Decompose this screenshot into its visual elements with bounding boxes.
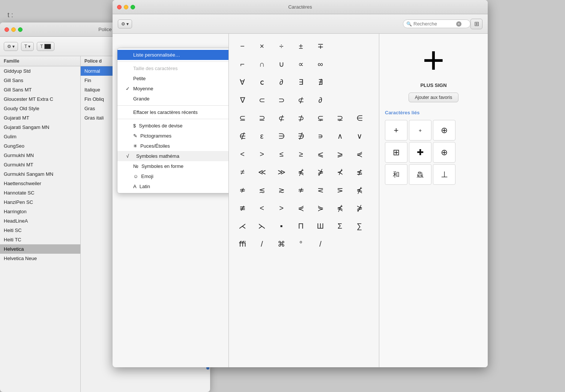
list-item-helvetica[interactable]: Helvetica bbox=[0, 244, 80, 254]
symbol-cell[interactable]: ⊃ bbox=[272, 91, 291, 109]
symbol-cell[interactable]: ≥ bbox=[291, 145, 311, 163]
symbol-cell[interactable]: ∀ bbox=[233, 73, 252, 91]
list-item[interactable]: Giddyup Std bbox=[0, 66, 80, 76]
symbol-cell[interactable]: > bbox=[272, 199, 291, 217]
bg-color-btn[interactable]: T bbox=[37, 42, 54, 51]
dropdown-item-effacer[interactable]: Effacer les caractères récents bbox=[117, 107, 229, 117]
list-item[interactable]: Gill Sans bbox=[0, 76, 80, 85]
symbol-cell[interactable]: ≠ bbox=[233, 163, 252, 181]
symbol-cell[interactable]: ≉ bbox=[291, 181, 311, 199]
bg-text-btn[interactable]: T ▾ bbox=[21, 42, 34, 51]
symbol-cell[interactable]: ∃ bbox=[291, 73, 311, 91]
symbol-cell[interactable]: ⩾ bbox=[330, 145, 350, 163]
symbol-cell[interactable]: ⋡ bbox=[350, 199, 369, 217]
symbol-cell[interactable]: > bbox=[252, 145, 272, 163]
symbol-cell[interactable]: ⊂ bbox=[252, 91, 272, 109]
symbol-cell[interactable]: ≳ bbox=[272, 181, 291, 199]
list-item[interactable]: Hannotate SC bbox=[0, 188, 80, 197]
symbol-cell[interactable]: ⋠ bbox=[350, 181, 369, 199]
symbol-cell[interactable]: ± bbox=[291, 37, 311, 55]
symbol-cell[interactable]: ∝ bbox=[291, 55, 311, 73]
symbol-cell[interactable]: ∑ bbox=[350, 217, 369, 235]
list-item[interactable]: Harrington bbox=[0, 207, 80, 216]
symbol-cell[interactable]: ≤ bbox=[272, 145, 291, 163]
dropdown-item-symmath[interactable]: √ Symboles mathéma bbox=[117, 151, 229, 161]
symbol-cell[interactable]: ∌ bbox=[291, 127, 311, 145]
list-item[interactable]: Gurmukhi MN bbox=[0, 151, 80, 160]
symbol-cell[interactable]: ≉ bbox=[233, 181, 252, 199]
symbol-cell[interactable]: ≫ bbox=[272, 163, 291, 181]
symbol-cell[interactable]: ε bbox=[252, 127, 272, 145]
list-item[interactable]: Gloucester MT Extra C bbox=[0, 94, 80, 104]
symbol-cell[interactable]: ⋜ bbox=[311, 181, 330, 199]
symbol-cell[interactable]: ∄ bbox=[311, 73, 330, 91]
list-item[interactable]: Gurmukhi MT bbox=[0, 160, 80, 169]
search-clear-button[interactable]: ✕ bbox=[456, 21, 461, 27]
close-dot[interactable] bbox=[5, 27, 9, 32]
symbol-cell[interactable]: ∉ bbox=[233, 127, 252, 145]
symbol-cell[interactable]: ∍ bbox=[311, 127, 330, 145]
list-item[interactable]: Gulim bbox=[0, 132, 80, 141]
symbol-cell[interactable]: ⊆ bbox=[233, 109, 252, 127]
symbol-cell[interactable]: ⋋ bbox=[252, 217, 272, 235]
dropdown-menu[interactable]: Liste personnalisée… Taille des caractèr… bbox=[117, 48, 229, 193]
symbol-cell[interactable]: − bbox=[233, 37, 252, 55]
symbol-cell[interactable]: ≲ bbox=[252, 181, 272, 199]
symbol-cell[interactable]: ∞ bbox=[311, 55, 330, 73]
symbol-cell[interactable]: ⊇ bbox=[252, 109, 272, 127]
symbol-cell[interactable]: ▪ bbox=[272, 217, 291, 235]
main-close-dot[interactable] bbox=[117, 5, 122, 9]
list-item[interactable]: HanziPen SC bbox=[0, 197, 80, 207]
list-item[interactable]: Goudy Old Style bbox=[0, 104, 80, 113]
symbol-cell[interactable]: ÷ bbox=[272, 37, 291, 55]
related-cell[interactable]: + bbox=[409, 120, 431, 141]
related-cell[interactable]: 和 bbox=[385, 164, 407, 185]
symbol-cell[interactable]: ≰ bbox=[350, 163, 369, 181]
dropdown-item-symboles-devise[interactable]: $ Symboles de devise bbox=[117, 121, 229, 131]
symbol-cell[interactable]: × bbox=[252, 37, 272, 55]
dropdown-item-puces[interactable]: ✳ Puces/Étoiles bbox=[117, 141, 229, 151]
dropdown-item-symforme[interactable]: № Symboles en forme bbox=[117, 161, 229, 171]
symbol-cell[interactable]: / bbox=[311, 235, 330, 253]
maximize-dot[interactable] bbox=[18, 27, 23, 32]
dropdown-item-latin[interactable]: A Latin bbox=[117, 181, 229, 192]
main-gear-btn[interactable]: ⚙ ▾ bbox=[118, 19, 132, 28]
dropdown-item-liste-personnalisee[interactable]: Liste personnalisée… bbox=[117, 50, 229, 60]
symbol-cell[interactable]: ⩽ bbox=[311, 145, 330, 163]
dropdown-item-grande[interactable]: Grande bbox=[117, 94, 229, 104]
symbol-cell[interactable]: ⋠ bbox=[330, 199, 350, 217]
symbol-cell[interactable]: < bbox=[233, 145, 252, 163]
symbol-cell[interactable]: ∪ bbox=[272, 55, 291, 73]
list-item[interactable]: Gill Sans MT bbox=[0, 85, 80, 94]
related-cell[interactable]: ⊥ bbox=[433, 164, 455, 185]
symbol-cell[interactable]: < bbox=[252, 199, 272, 217]
symbol-cell[interactable]: ϲ bbox=[252, 73, 272, 91]
bg-gear-btn[interactable]: ⚙ ▾ bbox=[4, 42, 18, 51]
list-item[interactable]: Gurmukhi Sangam MN bbox=[0, 169, 80, 179]
symbol-cell[interactable]: ⊋ bbox=[330, 109, 350, 127]
symbol-cell[interactable]: / bbox=[252, 235, 272, 253]
main-maximize-dot[interactable] bbox=[131, 5, 135, 9]
dropdown-item-moyenne[interactable]: ✓ Moyenne bbox=[117, 84, 229, 94]
list-item[interactable]: Gujarati MT bbox=[0, 113, 80, 123]
symbol-cell[interactable]: ⌐ bbox=[233, 55, 252, 73]
dropdown-item-petite[interactable]: Petite bbox=[117, 73, 229, 84]
list-item[interactable]: Helvetica Neue bbox=[0, 254, 80, 263]
symbol-cell[interactable]: ∧ bbox=[330, 127, 350, 145]
symbol-cell[interactable]: ⊅ bbox=[291, 109, 311, 127]
related-cell[interactable]: ⊞ bbox=[385, 142, 407, 163]
symbol-cell[interactable]: ⊄ bbox=[291, 91, 311, 109]
symbol-cell[interactable]: ∂ bbox=[272, 73, 291, 91]
minimize-dot[interactable] bbox=[11, 27, 16, 32]
list-item[interactable]: HeadLineA bbox=[0, 216, 80, 226]
dropdown-item-pictogrammes[interactable]: ✎ Pictogrammes bbox=[117, 131, 229, 141]
symbol-cell[interactable]: ⋞ bbox=[350, 145, 369, 163]
list-item[interactable]: Gujarati Sangam MN bbox=[0, 123, 80, 132]
symbol-cell[interactable]: Ш bbox=[311, 217, 330, 235]
dropdown-item-emoji[interactable]: ☺ Emoji bbox=[117, 171, 229, 181]
related-cell[interactable]: ⊕ bbox=[433, 142, 455, 163]
symbol-cell[interactable]: ⊀ bbox=[330, 163, 350, 181]
symbol-cell[interactable]: ∩ bbox=[252, 55, 272, 73]
symbol-cell[interactable]: ° bbox=[291, 235, 311, 253]
symbol-cell[interactable]: ⊊ bbox=[311, 109, 330, 127]
